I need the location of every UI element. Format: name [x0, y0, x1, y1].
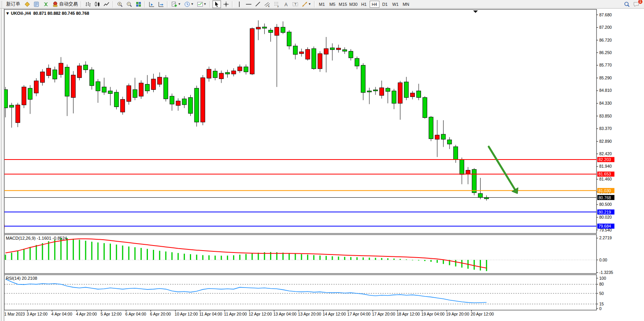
signal-icon[interactable] — [42, 0, 50, 8]
toolbar-separator — [314, 1, 316, 7]
macd-bar — [424, 260, 425, 261]
timeframe-m30-button[interactable]: M30 — [349, 1, 358, 8]
macd-bar — [239, 254, 240, 260]
candle-body — [312, 49, 316, 69]
macd-bar — [196, 254, 197, 260]
macd-bar — [177, 253, 179, 260]
chevron-down-icon[interactable]: ▼ — [308, 2, 311, 6]
chart-candles-button[interactable] — [93, 0, 102, 8]
indicators-button[interactable]: ▼ — [196, 0, 208, 8]
rsi-scale-label: 15 — [599, 302, 604, 306]
candle — [164, 75, 168, 102]
macd-bar — [356, 257, 358, 260]
vertical-line-button[interactable] — [235, 0, 244, 8]
chevron-down-icon[interactable]: ▼ — [191, 2, 194, 6]
timeframe-mn-button[interactable]: MN — [401, 1, 411, 8]
rsi-scale-label: 50 — [599, 291, 604, 296]
candle-body — [219, 73, 223, 79]
time-tick-label: 12 Apr 12:00 — [249, 312, 272, 316]
candle-body — [478, 193, 483, 197]
auto-scroll-button[interactable] — [157, 0, 165, 8]
chart-line-button[interactable] — [102, 0, 111, 8]
main-toolbar: 新订单自动交易▼▼▼EFAT▼M1M5M15M30H1H4D1W1MN1 — [0, 0, 644, 9]
note-icon[interactable] — [23, 0, 32, 8]
periods-button[interactable]: ▼ — [183, 0, 195, 8]
macd-bar — [97, 242, 98, 260]
macd-bar — [30, 247, 31, 260]
candle-body — [287, 32, 291, 46]
autotrade-button-label: 自动交易 — [59, 1, 78, 7]
autotrade-button[interactable]: 自动交易 — [51, 0, 79, 8]
macd-bar — [258, 253, 259, 260]
candle — [429, 116, 433, 141]
macd-bar — [393, 259, 395, 260]
macd-bar — [369, 258, 370, 260]
svg-text:T: T — [294, 2, 297, 6]
time-tick-label: 4 Apr 20:00 — [76, 312, 97, 316]
rsi-pane[interactable] — [4, 275, 597, 310]
price-tick-label: 85.770 — [599, 63, 612, 67]
price-tick-label: 87.200 — [599, 25, 612, 30]
zoom-out-button[interactable] — [125, 0, 133, 8]
text-label-button[interactable]: T — [291, 0, 300, 8]
timeframe-d1-button[interactable]: D1 — [380, 1, 390, 8]
cursor-button[interactable] — [212, 0, 221, 8]
time-tick-label: 17 Apr 04:00 — [347, 312, 371, 316]
timeframe-h1-button[interactable]: H1 — [359, 1, 369, 8]
time-tick-label: 19 Apr 20:00 — [446, 312, 469, 316]
candle-body — [207, 69, 211, 78]
text-button[interactable]: A — [282, 0, 290, 8]
chart-candles-glyph — [94, 1, 100, 7]
main-pane[interactable] — [4, 9, 597, 233]
macd-bar — [153, 250, 154, 260]
candle-body — [96, 82, 100, 91]
zoom-in-button[interactable] — [116, 0, 124, 8]
candle-body — [40, 72, 45, 82]
macd-bar — [252, 253, 253, 260]
chevron-down-icon[interactable]: ▼ — [204, 2, 207, 6]
candle-body — [293, 46, 297, 54]
window-left-frame — [0, 9, 4, 321]
new-chart-glyph — [171, 1, 177, 7]
trendline-button[interactable] — [254, 0, 262, 8]
fibonacci-button[interactable]: F — [272, 0, 281, 8]
arrows-button[interactable]: ▼ — [300, 0, 312, 8]
candle — [139, 80, 143, 99]
candle-body — [324, 49, 328, 54]
horizontal-line-button[interactable] — [244, 0, 253, 8]
candle-body — [232, 71, 236, 74]
new-chart-button[interactable]: ▼ — [170, 0, 182, 8]
timeframe-m5-button[interactable]: M5 — [328, 1, 337, 8]
crosshair-button[interactable] — [222, 0, 230, 8]
new-order-button[interactable]: 新订单 — [4, 0, 22, 8]
macd-bar — [313, 255, 314, 260]
macd-bar — [91, 242, 92, 260]
macd-bar — [159, 251, 160, 260]
notifications-icon[interactable]: 1 — [632, 0, 640, 8]
macd-pane[interactable] — [4, 235, 597, 274]
toolbar-separator — [112, 1, 114, 7]
macd-bar — [381, 258, 382, 260]
timeframe-m15-button[interactable]: M15 — [338, 1, 348, 8]
timeframe-m1-button[interactable]: M1 — [317, 1, 327, 8]
price-tick-label: 81.940 — [599, 164, 612, 168]
candle — [121, 97, 125, 115]
toolbar-separator — [81, 1, 82, 7]
channel-glyph: E — [264, 1, 270, 7]
search-icon[interactable] — [623, 0, 631, 8]
chevron-down-icon[interactable]: ▼ — [178, 2, 181, 6]
tile-windows-button[interactable] — [134, 0, 143, 8]
candle-body — [22, 87, 26, 105]
chart-bars-button[interactable] — [84, 0, 92, 8]
candle-body — [16, 105, 20, 123]
metaeditor-icon[interactable] — [32, 0, 41, 8]
macd-bar — [104, 243, 105, 260]
time-axis: 31 Mar 20233 Apr 12:004 Apr 04:004 Apr 2… — [2, 310, 494, 316]
macd-bar — [79, 240, 80, 260]
chart-shift-button[interactable] — [147, 0, 156, 8]
timeframe-w1-button[interactable]: W1 — [391, 1, 400, 8]
chart-canvas[interactable]: 87.68087.20086.72086.25085.77085.29084.8… — [0, 9, 644, 321]
channel-button[interactable]: E — [263, 0, 272, 8]
chart-window[interactable]: 87.68087.20086.72086.25085.77085.29084.8… — [0, 9, 644, 321]
timeframe-h4-button[interactable]: H4 — [370, 1, 379, 8]
